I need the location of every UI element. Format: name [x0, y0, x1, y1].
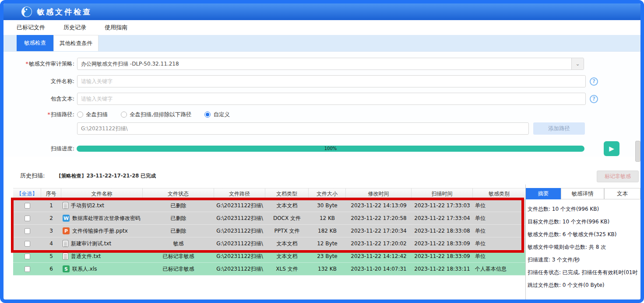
row-status: 已标记非敏感: [143, 263, 214, 275]
radio-checked-icon[interactable]: [204, 111, 211, 118]
help-icon[interactable]: ?: [590, 77, 598, 86]
row-status: 已删除: [143, 199, 214, 212]
add-path-button[interactable]: 添加路径: [533, 122, 585, 135]
radio-option-custom[interactable]: 自定义: [204, 111, 230, 118]
row-select-cell: [13, 225, 41, 237]
history-scan-record[interactable]: 【策略检查】23-11-22-17-21-28 已完成: [56, 173, 155, 179]
row-filename: W数据库处理首次登录修改密码: [61, 212, 143, 224]
radio-label: 自定义: [213, 111, 230, 118]
custom-path-input[interactable]: [77, 122, 529, 135]
row-modified-time: 2023-11-22 14:12:42: [346, 250, 412, 262]
detail-tab-text[interactable]: 文本: [604, 188, 640, 199]
row-index: 3: [41, 225, 61, 237]
row-size: 182 KB: [309, 225, 346, 237]
row-index: 1: [41, 199, 61, 212]
row-doc-type: 文本文档: [265, 250, 309, 262]
row-modified-time: 2023-11-22 17:20:02: [346, 237, 412, 250]
start-scan-button[interactable]: ▶: [604, 141, 619, 156]
radio-icon[interactable]: [77, 111, 83, 118]
table-row[interactable]: 6S联系人.xls已标记非敏感G:\20231122扫描\XLS 文件132 K…: [13, 263, 525, 275]
radio-option-full-scan[interactable]: 全盘扫描: [77, 111, 108, 118]
text-file-icon: [63, 202, 68, 209]
row-doc-type: PPTX 文件: [265, 225, 309, 237]
select-all-button[interactable]: 【全选】: [13, 188, 41, 199]
row-size: 23 Byte: [309, 250, 346, 262]
contains-text-input[interactable]: [77, 93, 586, 105]
row-category: 单位: [473, 199, 525, 212]
help-icon[interactable]: ?: [590, 95, 598, 103]
file-table: 【全选】 序号 文件名称 文件状态 文件路径 文档类型 文件大小 修改时间 扫描…: [13, 188, 525, 300]
row-size: 30 Byte: [309, 199, 346, 212]
text-file-icon: [63, 253, 68, 260]
summary-target-files: 目标文件总数: 10 个文件(996 KB): [528, 216, 640, 228]
summary-sensitive-files: 敏感文件总数: 6 个敏感文件(325 KB): [528, 228, 640, 241]
mark-non-sensitive-button[interactable]: 标记非敏感: [597, 171, 639, 182]
row-checkbox[interactable]: [25, 254, 30, 259]
row-scan-time: 2023-11-22 17:33:04: [412, 212, 473, 224]
table-row[interactable]: 2W数据库处理首次登录修改密码已删除G:\20231122扫描\DOCX 文件1…: [13, 212, 525, 225]
header-status: 文件状态: [143, 188, 214, 199]
row-path: G:\20231122扫描\: [214, 237, 265, 250]
row-filename-text: 文件传输操作手册.pptx: [72, 227, 128, 235]
play-icon: ▶: [609, 145, 614, 153]
word-file-icon: W: [63, 215, 70, 222]
progress-percent: 100%: [77, 146, 584, 152]
row-index: 6: [41, 263, 61, 275]
row-filename: 手动剪切2.txt: [61, 199, 143, 212]
page-title: 敏感文件检查: [37, 7, 92, 17]
row-size: 12 Byte: [309, 237, 346, 250]
scan-path-label: *扫描路径:: [4, 111, 74, 118]
row-status: 已删除: [143, 225, 214, 237]
file-name-input[interactable]: [77, 75, 586, 87]
row-modified-time: 2023-11-22 14:13:09: [346, 199, 412, 212]
table-row[interactable]: 1手动剪切2.txt已删除G:\20231122扫描\文本文档30 Byte20…: [13, 199, 525, 212]
header-index: 序号: [41, 188, 61, 199]
scrollbar-thumb[interactable]: [635, 141, 640, 162]
row-modified-time: 2023-11-20 14:07:31: [346, 263, 412, 275]
summary-scan-speed: 扫描速度: 3 个文件/秒: [528, 254, 640, 266]
menu-item-marked-files[interactable]: 已标记文件: [17, 24, 45, 31]
row-doc-type: 文本文档: [265, 199, 309, 212]
progress-label: 扫描进度:: [4, 145, 74, 153]
row-path: G:\20231122扫描\: [214, 263, 265, 275]
table-row[interactable]: 4新建审计测试.txt敏感G:\20231122扫描\文本文档12 Byte20…: [13, 237, 525, 250]
tabstrip: 敏感检查 其他检查条件: [4, 35, 640, 52]
row-doc-type: DOCX 文件: [265, 212, 309, 224]
radio-icon[interactable]: [121, 111, 127, 118]
row-select-cell: [13, 199, 41, 212]
policy-select[interactable]: 办公网敏感文件扫描 -DLP-50.32.11.218 ⌄: [77, 58, 584, 70]
detail-tab-details[interactable]: 敏感详情: [561, 188, 604, 199]
menu-item-guide[interactable]: 使用指南: [105, 24, 127, 31]
row-scan-time: 2023-11-22 18:33:08: [412, 225, 473, 237]
header-filename: 文件名称: [61, 188, 143, 199]
radio-option-full-scan-exclude[interactable]: 全盘扫描,但排除以下路径: [121, 111, 191, 118]
row-status: 已标记非敏感: [143, 250, 214, 262]
menu-item-history[interactable]: 历史记录: [63, 24, 86, 31]
row-doc-type: 文本文档: [265, 237, 309, 250]
required-asterisk: *: [26, 60, 28, 67]
detail-tabs: 摘要 敏感详情 文本: [526, 188, 640, 199]
row-scan-time: 2023-11-22 18:33:09: [412, 237, 473, 250]
scan-path-options: 全盘扫描 全盘扫描,但排除以下路径 自定义: [77, 111, 243, 118]
row-status: 已删除: [143, 212, 214, 224]
summary-skipped-files: 跳过文件总数: 0 个文件(0 Byte): [528, 279, 640, 292]
header-category: 敏感类别: [473, 188, 525, 199]
row-checkbox[interactable]: [25, 266, 30, 272]
row-select-cell: [13, 237, 41, 250]
chevron-down-icon[interactable]: ⌄: [571, 58, 584, 70]
tab-other-conditions[interactable]: 其他检查条件: [53, 35, 99, 51]
detail-tab-summary[interactable]: 摘要: [526, 188, 561, 199]
row-checkbox[interactable]: [25, 203, 30, 209]
row-checkbox[interactable]: [25, 228, 30, 234]
row-category: 单位: [473, 212, 525, 224]
row-checkbox[interactable]: [25, 241, 30, 247]
tab-sensitive-check[interactable]: 敏感检查: [17, 35, 53, 51]
app-window: 敏感文件检查 已标记文件 历史记录 使用指南 敏感检查 其他检查条件 *敏感文件…: [0, 0, 644, 303]
summary-task-status: 扫描任务状态: 已完成, 扫描任务有效耗时(01时: [528, 266, 640, 279]
table-body: 1手动剪切2.txt已删除G:\20231122扫描\文本文档30 Byte20…: [13, 199, 525, 275]
row-checkbox[interactable]: [25, 216, 30, 221]
table-row[interactable]: 3P文件传输操作手册.pptx已删除G:\20231122扫描\PPTX 文件1…: [13, 225, 525, 237]
ppt-file-icon: P: [63, 227, 70, 234]
table-row[interactable]: 5普通文件.txt已标记非敏感G:\20231122扫描\文本文档23 Byte…: [13, 250, 525, 263]
row-filename: 新建审计测试.txt: [61, 237, 143, 250]
